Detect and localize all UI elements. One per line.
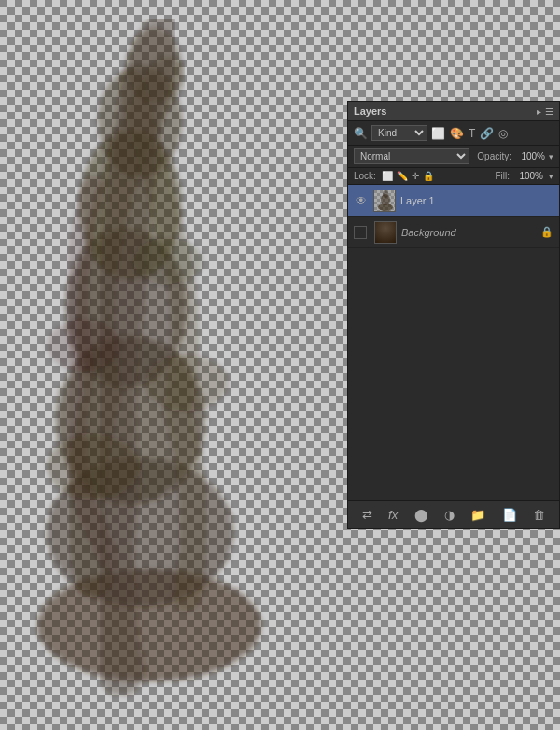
link-icon[interactable]: ⇄: [358, 506, 376, 524]
type-filter-icon[interactable]: T: [469, 127, 475, 140]
search-icon: 🔍: [354, 127, 368, 140]
layer-row-layer1[interactable]: 👁 Layer 1: [348, 185, 559, 217]
kind-select[interactable]: Kind: [371, 125, 427, 141]
new-layer-icon[interactable]: 📄: [498, 506, 521, 524]
svg-point-10: [133, 238, 203, 285]
delete-layer-icon[interactable]: 🗑: [529, 506, 549, 524]
opacity-arrow-icon[interactable]: ▾: [549, 152, 553, 161]
visibility-checkbox-background[interactable]: [354, 226, 367, 239]
layer-row-background[interactable]: Background 🔒: [348, 217, 559, 248]
svg-point-7: [47, 434, 140, 499]
layer-thumb-layer1: [373, 190, 396, 212]
panel-header: Layers ▸ ☰: [348, 102, 559, 121]
blend-mode-select[interactable]: Normal: [354, 148, 469, 164]
fill-label: Fill:: [495, 171, 510, 181]
bottom-toolbar: ⇄ fx ⬤ ◑ 📁 📄 🗑: [348, 500, 559, 528]
lock-all-icon[interactable]: 🔒: [423, 171, 434, 181]
lock-indicator-background: 🔒: [540, 226, 553, 238]
svg-point-9: [47, 319, 121, 372]
visibility-icon-layer1[interactable]: 👁: [354, 193, 369, 208]
filter-icons-row: ⬜ 🎨 T 🔗 ◎: [431, 127, 508, 140]
smart-filter-icon[interactable]: ◎: [498, 127, 508, 140]
new-fill-icon[interactable]: ⬤: [411, 506, 432, 524]
fill-arrow-icon[interactable]: ▾: [549, 172, 553, 181]
lock-label: Lock:: [354, 171, 376, 181]
opacity-value: 100%: [515, 151, 545, 161]
new-group-icon[interactable]: 📁: [467, 506, 489, 524]
svg-point-8: [145, 355, 229, 411]
layer-name-background: Background: [401, 227, 540, 238]
lock-position-icon[interactable]: ✛: [412, 171, 419, 181]
opacity-label: Opacity:: [477, 151, 511, 161]
panel-title: Layers: [354, 105, 386, 117]
shape-filter-icon[interactable]: 🔗: [480, 127, 494, 140]
panel-menu-icon[interactable]: ☰: [545, 106, 553, 117]
lock-image-icon[interactable]: ✏️: [397, 171, 408, 181]
lock-transparent-icon[interactable]: ⬜: [382, 171, 393, 181]
lock-icons: ⬜ ✏️ ✛ 🔒: [382, 171, 434, 181]
layer-thumb-background: [374, 221, 397, 244]
layers-panel: Layers ▸ ☰ 🔍 Kind ⬜ 🎨 T 🔗 ◎ Normal Opaci…: [347, 101, 560, 529]
adjustment-filter-icon[interactable]: 🎨: [450, 127, 464, 140]
layer-name-layer1: Layer 1: [400, 195, 553, 206]
canvas-image: [19, 19, 308, 700]
pixel-filter-icon[interactable]: ⬜: [431, 127, 445, 140]
lock-row: Lock: ⬜ ✏️ ✛ 🔒 Fill: 100% ▾: [348, 168, 559, 185]
new-adjustment-icon[interactable]: ◑: [441, 506, 458, 524]
fill-value: 100%: [515, 171, 543, 181]
svg-point-14: [383, 190, 388, 198]
minimize-icon[interactable]: ▸: [537, 106, 541, 117]
layers-empty-area: [348, 248, 559, 528]
filter-row: 🔍 Kind ⬜ 🎨 T 🔗 ◎: [348, 121, 559, 146]
panel-header-icons: ▸ ☰: [537, 106, 553, 117]
blend-opacity-row: Normal Opacity: 100% ▾: [348, 146, 559, 168]
fx-icon[interactable]: fx: [385, 506, 401, 524]
